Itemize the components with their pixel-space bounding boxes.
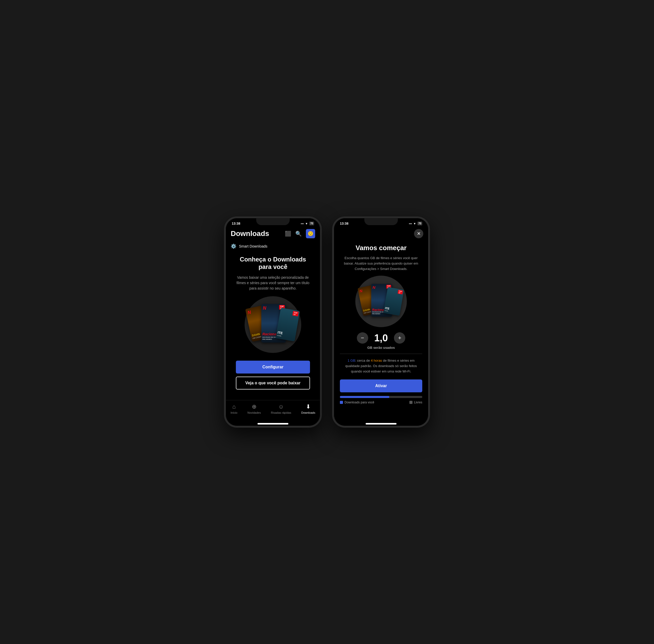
counter-display: 1,0 [374,332,388,344]
wifi-icon-2: ▼ [413,222,416,225]
time-display: 13:38 [232,222,240,225]
phone-frame-1: 13:38 ▪▪▪ ▼ 70 Downloads ⬛ 🔍 🙂 [224,216,322,428]
battery-indicator-2: 70 [417,222,422,225]
cast-button[interactable]: ⬛ [285,231,291,237]
legend-free-label: Livres [414,400,422,404]
close-button[interactable]: ✕ [414,229,423,238]
subtitle-text: Vamos baixar uma seleção personalizada d… [233,275,312,291]
legend-downloads-label: Downloads para você [345,400,374,404]
nav-home-label: Início [231,411,237,414]
main-content-1: Conheça o Downloads para você Vamos baix… [226,253,320,400]
legend-free: Livres [410,400,422,404]
wifi-icon: ▼ [305,222,308,225]
screen2-content: Vamos começar Escolha quantos GB de film… [334,242,428,420]
info-text: 1 GB: cerca de 4 horas de filmes e série… [340,358,422,374]
nav-fun-label: Risadas rápidas [271,411,291,414]
page-title: Downloads [231,230,269,238]
see-downloads-button[interactable]: Veja o que você pode baixar [236,376,310,390]
close-icon: ✕ [417,231,421,236]
movie-circle-2: N DAHN UM CANIBAL N TOP10 Racio [355,276,407,327]
movie-circle: N DAHN UM CANIBAL N TOP10 [244,296,301,353]
header-1: Downloads ⬛ 🔍 🙂 [226,227,320,242]
top10-badge-right: TOP10 [292,310,299,316]
status-bar-2: 13:38 ▪▪▪ ▼ 70 [334,218,428,227]
gear-icon: ⚙️ [231,244,236,249]
nav-new[interactable]: ⊕ Novidades [248,404,261,414]
movie-cards-2: N DAHN UM CANIBAL N TOP10 Racio [360,282,402,321]
activate-button[interactable]: Ativar [340,380,422,392]
counter-row: − 1,0 + [357,332,405,344]
status-right: ▪▪▪ ▼ 70 [301,222,314,225]
search-icon: 🔍 [295,231,302,236]
smart-downloads-row[interactable]: ⚙️ Smart Downloads [226,242,320,253]
legend-downloads: Downloads para você [340,400,374,404]
signal-icon: ▪▪▪ [301,222,304,225]
screen2-description: Escolha quantos GB de filmes e séries vo… [340,256,422,272]
nav-downloads-label: Downloads [301,411,315,414]
netflix-logo-left-2: N [359,289,363,294]
legend-dot-gray [410,401,413,404]
minus-icon: − [361,335,364,341]
storage-bar [340,396,422,398]
movie-cards: N DAHN UM CANIBAL N TOP10 [249,301,297,348]
counter-label: GB serão usados [368,346,395,349]
fun-icon: ☺ [278,404,284,410]
decrement-button[interactable]: − [357,332,368,344]
storage-bar-fill [340,396,389,398]
search-button[interactable]: 🔍 [295,231,302,237]
status-right-2: ▪▪▪ ▼ 70 [409,222,422,225]
signal-icon-2: ▪▪▪ [409,222,412,225]
buttons-area: Configurar Veja o que você pode baixar [233,361,312,390]
hours-highlight: 4 horas [371,359,382,363]
netflix-logo-center-2: N [373,285,375,290]
netflix-logo-center: N [263,305,266,311]
nav-home[interactable]: ⌂ Início [231,404,237,414]
nav-fun[interactable]: ☺ Risadas rápidas [271,404,291,414]
battery-indicator: 70 [309,222,314,225]
smiley-icon: 🙂 [308,231,313,236]
nav-downloads[interactable]: ⬇ Downloads [301,404,315,414]
phone-frame-2: 13:38 ▪▪▪ ▼ 70 ✕ Vamos começar Escolha q… [332,216,430,428]
gb-highlight: 1 GB [348,359,355,363]
legend-dot-blue [340,401,343,404]
download-icon: ⬇ [306,404,310,410]
header-icons: ⬛ 🔍 🙂 [285,229,315,238]
new-icon: ⊕ [252,404,256,410]
status-bar-1: 13:38 ▪▪▪ ▼ 70 [226,218,320,227]
increment-button[interactable]: + [394,332,405,344]
screen2-title: Vamos começar [356,244,406,252]
home-indicator-1 [257,423,288,424]
cast-icon: ⬛ [285,231,291,236]
nav-new-label: Novidades [248,411,261,414]
plus-icon: + [398,335,401,341]
storage-legend: Downloads para você Livres [340,400,422,404]
time-display-2: 13:38 [340,222,348,225]
bottom-nav: ⌂ Início ⊕ Novidades ☺ Risadas rápidas ⬇… [226,400,320,420]
screen1: 13:38 ▪▪▪ ▼ 70 Downloads ⬛ 🔍 🙂 [226,218,320,426]
profile-avatar[interactable]: 🙂 [306,229,315,238]
big-title: Conheça o Downloads para você [240,256,306,271]
screen2: 13:38 ▪▪▪ ▼ 70 ✕ Vamos começar Escolha q… [334,218,428,426]
home-indicator-2 [366,423,397,424]
smart-downloads-label: Smart Downloads [239,244,267,248]
netflix-logo-left: N [247,309,251,315]
top10-badge-right-2: TOP10 [398,290,403,295]
header-2: ✕ [334,227,428,242]
home-icon: ⌂ [232,404,236,410]
configure-button[interactable]: Configurar [236,361,310,373]
